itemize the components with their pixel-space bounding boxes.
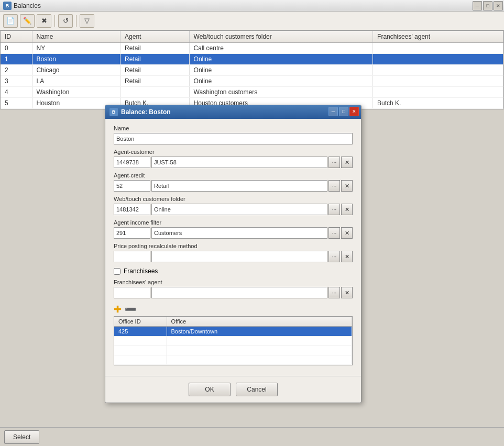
- price-posting-id[interactable]: [114, 251, 150, 262]
- delete-button[interactable]: ✖: [37, 14, 51, 28]
- add-office-btn[interactable]: ✚: [114, 305, 122, 314]
- ok-button[interactable]: OK: [189, 383, 231, 396]
- new-button[interactable]: 📄: [3, 14, 18, 28]
- agent-credit-clear-btn[interactable]: ✕: [341, 180, 353, 192]
- web-folder-row: ··· ✕: [114, 204, 353, 215]
- row-web-folder: Call centre: [189, 43, 372, 54]
- row-agent: Retail: [120, 54, 190, 65]
- agent-customer-name[interactable]: [151, 157, 327, 168]
- franchisees-agent-clear-btn[interactable]: ✕: [341, 287, 353, 298]
- franchisees-checkbox[interactable]: [114, 268, 120, 275]
- col-header-name[interactable]: Name: [32, 31, 120, 43]
- office-empty-row: [114, 346, 352, 355]
- agent-customer-browse-btn[interactable]: ···: [328, 157, 340, 168]
- agent-customer-id[interactable]: [114, 157, 150, 168]
- table-row[interactable]: 4 Washington Washington customers: [1, 87, 503, 98]
- balancies-table: ID Name Agent Web/touch customers folder…: [1, 31, 503, 109]
- row-web-folder: Online: [189, 76, 372, 87]
- table-row[interactable]: 3 LA Retail Online: [1, 76, 503, 87]
- row-name: NY: [32, 43, 120, 54]
- agent-income-browse-btn[interactable]: ···: [328, 227, 340, 239]
- web-folder-clear-btn[interactable]: ✕: [341, 204, 353, 215]
- col-header-web[interactable]: Web/touch customers folder: [189, 31, 372, 43]
- col-header-franchisee[interactable]: Franchisees' agent: [373, 31, 503, 43]
- dialog-buttons: OK Cancel: [105, 376, 361, 403]
- main-table-area: ID Name Agent Web/touch customers folder…: [0, 30, 504, 109]
- row-franchisee: Butch K.: [373, 98, 503, 109]
- franchisees-agent-browse-btn[interactable]: ···: [328, 287, 340, 298]
- dialog-minimize-btn[interactable]: ─: [328, 107, 338, 116]
- franchisees-agent-name[interactable]: [151, 287, 327, 298]
- office-col-id[interactable]: Office ID: [114, 317, 167, 327]
- row-agent: Retail: [120, 76, 190, 87]
- price-posting-row: ··· ✕: [114, 251, 353, 262]
- franchisees-agent-row: ··· ✕: [114, 287, 353, 298]
- price-posting-browse-btn[interactable]: ···: [328, 251, 340, 262]
- price-posting-clear-btn[interactable]: ✕: [341, 251, 353, 262]
- close-btn[interactable]: ✕: [494, 1, 503, 10]
- web-folder-name[interactable]: [151, 204, 327, 215]
- franchisees-checkbox-row: Franchisees: [114, 267, 353, 275]
- office-col-name[interactable]: Office: [167, 317, 352, 327]
- office-table: Office ID Office 425 Boston/Downtown: [114, 317, 352, 365]
- franchisees-agent-id[interactable]: [114, 287, 150, 298]
- dialog-maximize-btn[interactable]: □: [339, 107, 348, 116]
- web-folder-browse-btn[interactable]: ···: [328, 204, 340, 215]
- row-franchisee: [373, 87, 503, 98]
- office-table-row[interactable]: 425 Boston/Downtown: [114, 327, 352, 337]
- agent-income-clear-btn[interactable]: ✕: [341, 227, 353, 239]
- name-input[interactable]: [114, 133, 353, 144]
- row-web-folder: Washington customers: [189, 87, 372, 98]
- minimize-btn[interactable]: ─: [473, 1, 482, 10]
- office-section: ✚ ➖ Office ID Office 425 Boston/Downtown: [114, 303, 353, 365]
- dialog-close-btn[interactable]: ✕: [349, 107, 359, 116]
- filter-button[interactable]: ▽: [80, 14, 94, 28]
- app-title: Balancies: [14, 2, 41, 9]
- table-row[interactable]: 1 Boston Retail Online: [1, 54, 503, 65]
- franchisees-checkbox-label: Franchisees: [124, 267, 158, 275]
- agent-credit-id[interactable]: [114, 180, 150, 192]
- row-franchisee: [373, 76, 503, 87]
- agent-customer-clear-btn[interactable]: ✕: [341, 157, 353, 168]
- agent-credit-browse-btn[interactable]: ···: [328, 180, 340, 192]
- office-row-id: 425: [114, 327, 167, 337]
- agent-credit-label: Agent-credit: [114, 172, 353, 179]
- row-franchisee: [373, 54, 503, 65]
- web-folder-id[interactable]: [114, 204, 150, 215]
- select-button[interactable]: Select: [4, 430, 39, 444]
- office-toolbar: ✚ ➖: [114, 303, 353, 316]
- agent-income-name[interactable]: [151, 227, 327, 239]
- dialog-title: Balance: Boston: [121, 108, 171, 116]
- agent-customer-row: ··· ✕: [114, 157, 353, 168]
- window-controls: ─ □ ✕: [473, 1, 503, 10]
- remove-office-btn[interactable]: ➖: [125, 305, 136, 314]
- office-table-container: Office ID Office 425 Boston/Downtown: [114, 316, 353, 365]
- row-name: Boston: [32, 54, 120, 65]
- table-row[interactable]: 0 NY Retail Call centre: [1, 43, 503, 54]
- price-posting-name[interactable]: [151, 251, 327, 262]
- bottom-bar: Select: [0, 427, 504, 446]
- row-web-folder: Online: [189, 54, 372, 65]
- table-row[interactable]: 2 Chicago Retail Online: [1, 65, 503, 76]
- maximize-btn[interactable]: □: [483, 1, 492, 10]
- dialog-content: Name Agent-customer ··· ✕ Agent-credit ·…: [105, 119, 361, 372]
- cancel-button[interactable]: Cancel: [236, 383, 278, 396]
- agent-customer-label: Agent-customer: [114, 149, 353, 155]
- main-toolbar: 📄 ✏️ ✖ ↺ ▽: [0, 12, 504, 30]
- franchisees-agent-label: Franchisees' agent: [114, 279, 353, 285]
- agent-income-label: Agent income filter: [114, 219, 353, 226]
- name-label: Name: [114, 125, 353, 131]
- col-header-id[interactable]: ID: [1, 31, 32, 43]
- col-header-agent[interactable]: Agent: [120, 31, 190, 43]
- row-web-folder: Online: [189, 65, 372, 76]
- row-name: LA: [32, 76, 120, 87]
- row-franchisee: [373, 65, 503, 76]
- office-row-name: Boston/Downtown: [167, 327, 352, 337]
- row-id: 3: [1, 76, 32, 87]
- agent-income-row: ··· ✕: [114, 227, 353, 239]
- agent-credit-name[interactable]: [151, 180, 327, 192]
- row-name: Chicago: [32, 65, 120, 76]
- edit-button[interactable]: ✏️: [20, 14, 35, 28]
- agent-income-id[interactable]: [114, 227, 150, 239]
- refresh-button[interactable]: ↺: [58, 14, 73, 28]
